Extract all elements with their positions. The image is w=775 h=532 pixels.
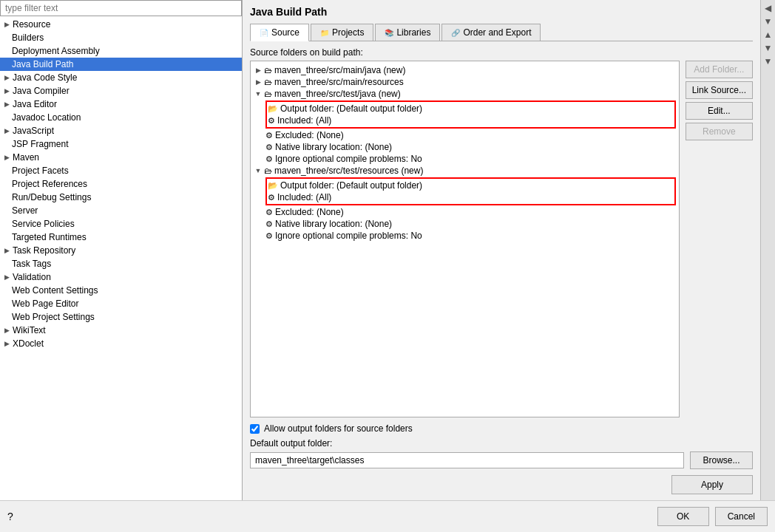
sidebar-item-label: Java Editor bbox=[13, 99, 57, 109]
sidebar-item-label: Targeted Runtimes bbox=[12, 232, 87, 242]
expand-icon[interactable]: ▶ bbox=[254, 78, 263, 86]
child-icon: ⚙ bbox=[268, 193, 275, 202]
tree-child-item[interactable]: ⚙Native library location: (None) bbox=[265, 141, 676, 153]
remove-button[interactable]: Remove bbox=[686, 123, 753, 140]
buttons-panel: Add Folder... Link Source... Edit... Rem… bbox=[686, 61, 753, 417]
sidebar-item-label: Deployment Assembly bbox=[12, 46, 100, 56]
sidebar-item-label: Task Repository bbox=[13, 245, 75, 256]
sidebar-item-maven[interactable]: ▶Maven bbox=[0, 151, 242, 164]
child-icon: ⚙ bbox=[268, 116, 275, 126]
tree-child-item[interactable]: ⚙Excluded: (None) bbox=[265, 129, 676, 141]
tab-label: Projects bbox=[332, 27, 364, 38]
tree-child-item[interactable]: ⚙Excluded: (None) bbox=[265, 206, 676, 218]
sidebar-item-label: Java Build Path bbox=[12, 59, 73, 69]
tree-child-label: Included: (All) bbox=[277, 192, 331, 202]
tab-projects[interactable]: 📁Projects bbox=[311, 24, 373, 41]
tree-item[interactable]: ▼🗁maven_three/src/test/resources (new) bbox=[254, 165, 676, 177]
default-output-input[interactable] bbox=[250, 452, 684, 468]
sidebar-item-service-policies[interactable]: Service Policies bbox=[0, 217, 242, 231]
sidebar-item-project-facets[interactable]: Project Facets bbox=[0, 164, 242, 177]
cancel-button[interactable]: Cancel bbox=[715, 507, 768, 526]
ok-button[interactable]: OK bbox=[657, 507, 709, 526]
sidebar-item-java-build-path[interactable]: Java Build Path bbox=[0, 58, 242, 71]
tree-item[interactable]: ▶🗁maven_three/src/main/resources bbox=[254, 76, 676, 88]
child-icon: ⚙ bbox=[265, 231, 273, 241]
nav-forward-icon[interactable]: ▼ bbox=[764, 16, 773, 27]
source-label: Source folders on build path: bbox=[250, 47, 753, 58]
sidebar-item-javadoc-location[interactable]: Javadoc Location bbox=[0, 111, 242, 124]
sidebar-item-java-code-style[interactable]: ▶Java Code Style bbox=[0, 71, 242, 84]
edit-button[interactable]: Edit... bbox=[686, 102, 753, 120]
apply-row: Apply bbox=[250, 475, 753, 494]
sidebar-item-java-editor[interactable]: ▶Java Editor bbox=[0, 98, 242, 111]
default-output-label: Default output folder: bbox=[250, 438, 753, 449]
sidebar-item-label: WikiText bbox=[13, 325, 46, 335]
tree-child-item[interactable]: 📂Output folder: (Default output folder) bbox=[268, 103, 674, 115]
dialog-body: ▶ResourceBuildersDeployment AssemblyJava… bbox=[0, 0, 775, 500]
tree-node-3: ▼🗁maven_three/src/test/resources (new)📂O… bbox=[254, 165, 676, 242]
tree-child-item[interactable]: ⚙Included: (All) bbox=[268, 115, 674, 126]
child-icon: ⚙ bbox=[265, 154, 273, 164]
sidebar-item-web-content-settings[interactable]: Web Content Settings bbox=[0, 284, 242, 297]
sidebar-item-xdoclet[interactable]: ▶XDoclet bbox=[0, 337, 242, 350]
sidebar-item-label: Task Tags bbox=[12, 259, 51, 269]
allow-output-checkbox[interactable] bbox=[250, 424, 260, 434]
sidebar-item-validation[interactable]: ▶Validation bbox=[0, 270, 242, 284]
sidebar-item-wikitext[interactable]: ▶WikiText bbox=[0, 324, 242, 337]
nav-back-icon[interactable]: ◀ bbox=[765, 3, 771, 13]
allow-output-label: Allow output folders for source folders bbox=[264, 423, 413, 434]
tab-libraries[interactable]: 📚Libraries bbox=[375, 24, 440, 41]
sidebar-item-java-compiler[interactable]: ▶Java Compiler bbox=[0, 84, 242, 98]
tree-child-item[interactable]: 📂Output folder: (Default output folder) bbox=[268, 180, 674, 191]
sidebar-item-label: Service Policies bbox=[12, 219, 75, 229]
sidebar-item-label: Web Project Settings bbox=[12, 312, 95, 322]
arrow-icon: ▶ bbox=[4, 100, 10, 108]
tree-item[interactable]: ▼🗁maven_three/src/test/java (new) bbox=[254, 88, 676, 100]
help-icon[interactable]: ? bbox=[7, 511, 13, 522]
tab-label: Libraries bbox=[396, 27, 430, 38]
sidebar-item-resource[interactable]: ▶Resource bbox=[0, 18, 242, 31]
tree-child-label: Output folder: (Default output folder) bbox=[280, 103, 422, 114]
sidebar-item-web-page-editor[interactable]: Web Page Editor bbox=[0, 297, 242, 310]
sidebar-item-targeted-runtimes[interactable]: Targeted Runtimes bbox=[0, 231, 242, 244]
tree-child-item[interactable]: ⚙Ignore optional compile problems: No bbox=[265, 230, 676, 242]
browse-button[interactable]: Browse... bbox=[690, 451, 753, 469]
folder-icon: 🗁 bbox=[264, 66, 272, 75]
tab-source[interactable]: 📄Source bbox=[250, 24, 309, 41]
sidebar-item-jsp-fragment[interactable]: JSP Fragment bbox=[0, 137, 242, 151]
tree-child-label: Ignore optional compile problems: No bbox=[275, 231, 422, 241]
expand-icon[interactable]: ▶ bbox=[254, 66, 263, 75]
nav-up-icon[interactable]: ▲ bbox=[764, 30, 773, 40]
collapse-icon[interactable]: ▼ bbox=[254, 166, 263, 175]
nav-menu-icon[interactable]: ▼ bbox=[764, 56, 773, 66]
arrow-icon: ▶ bbox=[4, 154, 10, 161]
apply-button[interactable]: Apply bbox=[671, 475, 753, 494]
sidebar-item-javascript[interactable]: ▶JavaScript bbox=[0, 124, 242, 137]
arrow-icon: ▶ bbox=[4, 273, 10, 281]
folder-icon: 🗁 bbox=[264, 78, 272, 86]
sidebar-item-label: Java Code Style bbox=[13, 72, 77, 83]
sidebar-item-label: Run/Debug Settings bbox=[12, 192, 91, 202]
tree-item[interactable]: ▶🗁maven_three/src/main/java (new) bbox=[254, 64, 676, 76]
sidebar-list: ▶ResourceBuildersDeployment AssemblyJava… bbox=[0, 16, 242, 500]
add-folder-button[interactable]: Add Folder... bbox=[686, 61, 753, 78]
page-title: Java Build Path bbox=[250, 6, 753, 18]
link-source-button[interactable]: Link Source... bbox=[686, 81, 753, 99]
tree-child-item[interactable]: ⚙Ignore optional compile problems: No bbox=[265, 153, 676, 165]
sidebar-item-task-repository[interactable]: ▶Task Repository bbox=[0, 244, 242, 257]
filter-input[interactable] bbox=[0, 0, 242, 16]
libraries-icon: 📚 bbox=[385, 29, 393, 37]
collapse-icon[interactable]: ▼ bbox=[254, 89, 263, 98]
sidebar-item-task-tags[interactable]: Task Tags bbox=[0, 257, 242, 270]
tree-child-item[interactable]: ⚙Included: (All) bbox=[268, 191, 674, 203]
sidebar-item-deployment-assembly[interactable]: Deployment Assembly bbox=[0, 44, 242, 58]
sidebar-item-builders[interactable]: Builders bbox=[0, 31, 242, 44]
sidebar-item-web-project-settings[interactable]: Web Project Settings bbox=[0, 310, 242, 324]
sidebar-item-rundebug-settings[interactable]: Run/Debug Settings bbox=[0, 191, 242, 204]
tab-order-and-export[interactable]: 🔗Order and Export bbox=[441, 24, 541, 41]
arrow-icon: ▶ bbox=[4, 87, 10, 95]
nav-down-icon[interactable]: ▼ bbox=[764, 43, 773, 53]
sidebar-item-server[interactable]: Server bbox=[0, 204, 242, 217]
sidebar-item-project-references[interactable]: Project References bbox=[0, 177, 242, 191]
tree-child-item[interactable]: ⚙Native library location: (None) bbox=[265, 218, 676, 230]
